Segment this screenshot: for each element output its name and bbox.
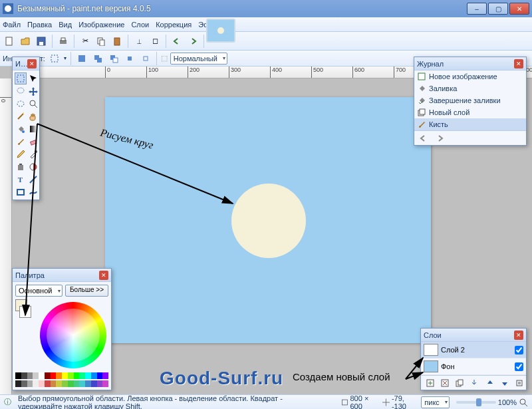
layer-name: Фон xyxy=(441,362,512,370)
history-item[interactable]: Заливка xyxy=(414,82,526,94)
layer-up-button[interactable] xyxy=(483,376,497,390)
deselect-button[interactable]: ◻ xyxy=(148,35,162,48)
add-layer-button[interactable] xyxy=(424,376,437,390)
menu-layers[interactable]: Слои xyxy=(131,21,149,29)
colors-panel-title: Палитра xyxy=(15,271,99,279)
annotation-new-layer: Создаем новый слой xyxy=(293,371,390,382)
tool-magic-wand[interactable] xyxy=(15,110,27,122)
history-redo[interactable] xyxy=(433,132,446,145)
status-size: 800 × 600 xyxy=(341,394,376,410)
color-wheel[interactable] xyxy=(40,302,106,368)
delete-layer-button[interactable] xyxy=(438,376,452,390)
tool-move-selection[interactable] xyxy=(27,72,39,84)
status-bar: ⓘ Выбор прямоугольной области. Левая кно… xyxy=(0,394,532,409)
tool-lasso[interactable] xyxy=(15,85,27,97)
window-title: Безымянный - paint.net версия 4.0.5 xyxy=(17,4,467,13)
svg-rect-4 xyxy=(39,42,43,45)
menu-image[interactable]: Изображение xyxy=(78,21,124,29)
layers-panel-close[interactable]: ✕ xyxy=(514,331,523,340)
unit-combo[interactable]: пикс xyxy=(421,396,450,408)
zoom-control[interactable]: 100% xyxy=(456,398,528,407)
merge-layer-button[interactable] xyxy=(467,376,481,390)
print-button[interactable] xyxy=(57,35,70,48)
colors-more-button[interactable]: Больше >> xyxy=(65,285,108,297)
layer-visible-checkbox[interactable] xyxy=(515,362,523,371)
svg-rect-13 xyxy=(97,58,102,63)
tool-zoom[interactable] xyxy=(27,98,39,110)
tool-pencil[interactable] xyxy=(15,148,27,160)
zoom-icon xyxy=(519,398,528,407)
history-item[interactable]: Кисть xyxy=(414,118,526,130)
svg-point-24 xyxy=(22,130,25,133)
crop-button[interactable]: ⟂ xyxy=(132,35,146,48)
paste-button[interactable] xyxy=(110,35,124,48)
colors-panel-close[interactable]: ✕ xyxy=(99,271,108,280)
menu-adjustments[interactable]: Коррекция xyxy=(156,21,192,29)
tool-freeform[interactable] xyxy=(27,186,39,198)
undo-button[interactable] xyxy=(170,35,184,48)
tool-line[interactable] xyxy=(27,174,39,186)
menu-file[interactable]: Файл xyxy=(3,21,21,29)
history-item[interactable]: Новый слой xyxy=(414,106,526,118)
canvas[interactable] xyxy=(105,97,431,343)
tool-gradient[interactable] xyxy=(27,123,39,135)
svg-rect-9 xyxy=(114,38,120,45)
svg-rect-34 xyxy=(420,109,425,114)
window-maximize[interactable]: ▢ xyxy=(488,3,508,15)
main-toolbar: ✂ ⟂ ◻ xyxy=(0,32,532,51)
save-button[interactable] xyxy=(35,35,48,48)
tool-recolor[interactable] xyxy=(27,161,39,173)
tool-brush[interactable] xyxy=(15,136,27,148)
history-undo[interactable] xyxy=(417,132,430,145)
svg-rect-31 xyxy=(17,190,24,195)
tool-move-pixels[interactable] xyxy=(27,85,39,97)
open-button[interactable] xyxy=(19,35,32,48)
tool-text[interactable]: T xyxy=(15,174,27,186)
cut-button[interactable]: ✂ xyxy=(78,35,92,48)
layer-name: Слой 2 xyxy=(441,346,512,354)
new-button[interactable] xyxy=(3,35,16,48)
tool-rect-select[interactable] xyxy=(15,72,27,84)
tool-pan[interactable] xyxy=(27,110,39,122)
selection-mode-1[interactable] xyxy=(75,52,88,65)
palette-row-2[interactable] xyxy=(15,380,108,387)
selection-mode-3[interactable] xyxy=(107,52,120,65)
layer-item[interactable]: Фон xyxy=(421,358,526,375)
tool-ellipse-select[interactable] xyxy=(15,98,27,110)
selection-mode-2[interactable] xyxy=(91,52,104,65)
menu-view[interactable]: Вид xyxy=(59,21,72,29)
redo-button[interactable] xyxy=(186,35,200,48)
tool-eraser[interactable] xyxy=(27,136,39,148)
tool-color-picker[interactable] xyxy=(27,148,39,160)
history-panel-title: Журнал xyxy=(417,60,514,68)
tool-fill[interactable] xyxy=(15,123,27,135)
position-icon xyxy=(382,398,390,407)
selection-mode-5[interactable] xyxy=(139,52,152,65)
duplicate-layer-button[interactable] xyxy=(453,376,466,390)
layer-item[interactable]: Слой 2 xyxy=(421,342,526,358)
flood-mode-combo[interactable]: Нормальный xyxy=(170,53,227,65)
layer-properties-button[interactable] xyxy=(513,376,526,390)
tool-rectangle[interactable] xyxy=(15,186,27,198)
secondary-color-swatch[interactable] xyxy=(19,306,31,318)
size-icon xyxy=(341,398,348,407)
menu-edit[interactable]: Правка xyxy=(27,21,52,29)
copy-button[interactable] xyxy=(94,35,108,48)
svg-rect-28 xyxy=(18,165,23,170)
tools-panel-close[interactable]: ✕ xyxy=(27,59,37,68)
color-mode-combo[interactable]: Основной xyxy=(15,285,63,297)
tool-clone[interactable] xyxy=(15,161,27,173)
history-panel-close[interactable]: ✕ xyxy=(514,59,523,68)
layer-visible-checkbox[interactable] xyxy=(515,346,523,354)
document-tab[interactable] xyxy=(206,19,235,43)
svg-rect-17 xyxy=(144,57,148,61)
history-item[interactable]: Завершение заливки xyxy=(414,94,526,106)
window-minimize[interactable]: – xyxy=(467,3,487,15)
layers-panel: Слои✕ Слой 2 Фон xyxy=(420,328,527,390)
palette-row-1[interactable] xyxy=(15,372,108,379)
layer-down-button[interactable] xyxy=(498,376,511,390)
history-item[interactable]: Новое изображение xyxy=(414,70,526,82)
tool-select-icon[interactable] xyxy=(48,52,61,65)
window-close[interactable]: ✕ xyxy=(509,3,529,15)
selection-mode-4[interactable] xyxy=(123,52,136,65)
